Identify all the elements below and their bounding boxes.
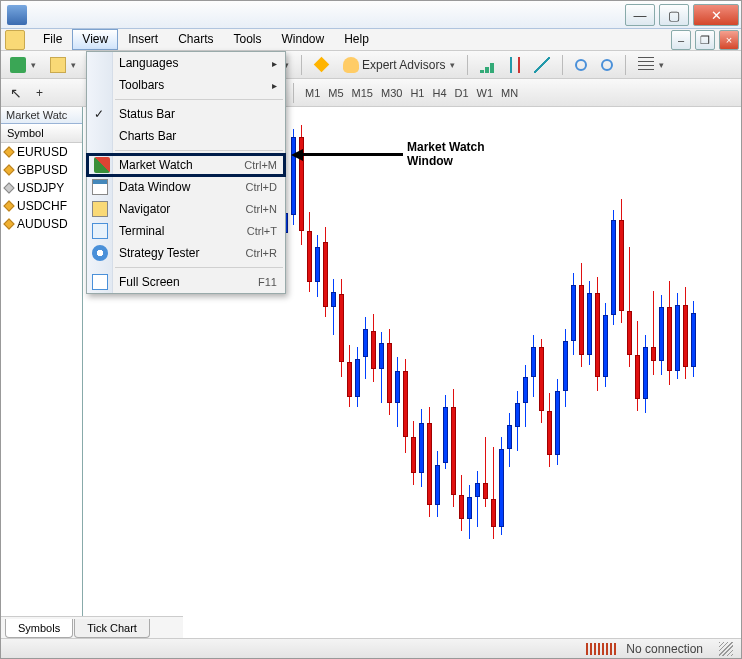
symbol-row[interactable]: GBPUSD: [1, 161, 82, 179]
zoom-in-button[interactable]: [570, 54, 592, 76]
auto-scroll-button[interactable]: [633, 54, 669, 76]
timeframe-m15[interactable]: M15: [348, 82, 377, 104]
menu-item-label: Charts Bar: [119, 129, 277, 143]
menu-item-label: Terminal: [119, 224, 247, 238]
candle-chart-button[interactable]: [505, 54, 525, 76]
menubar: FileViewInsertChartsToolsWindowHelp – ❐ …: [1, 29, 741, 51]
titlebar: — ▢ ✕: [1, 1, 741, 29]
menu-app-icon: [5, 30, 25, 50]
market-watch-title: Market Watc: [1, 107, 82, 124]
status-text: No connection: [626, 642, 703, 656]
market-watch-icon: [94, 157, 110, 173]
crosshair-icon: +: [36, 86, 43, 100]
navigator-icon: [92, 201, 108, 217]
timeframe-h4[interactable]: H4: [428, 82, 450, 104]
submenu-arrow-icon: ▸: [272, 80, 277, 91]
direction-icon: [3, 218, 14, 229]
window-controls: — ▢ ✕: [623, 1, 741, 28]
menu-item-terminal[interactable]: TerminalCtrl+T: [87, 220, 285, 242]
menu-item-label: Strategy Tester: [119, 246, 246, 260]
resize-grip-icon[interactable]: [719, 642, 733, 656]
mdi-restore-button[interactable]: ❐: [695, 30, 715, 50]
menu-item-label: Market Watch: [119, 158, 244, 172]
timeframe-d1[interactable]: D1: [451, 82, 473, 104]
menu-view[interactable]: View: [72, 29, 118, 50]
minimize-button[interactable]: —: [625, 4, 655, 26]
timeframe-m1[interactable]: M1: [301, 82, 324, 104]
cursor-icon: ↖: [10, 85, 22, 101]
tab-symbols[interactable]: Symbols: [5, 619, 73, 638]
menu-item-label: Full Screen: [119, 275, 258, 289]
bar-chart-icon: [480, 57, 496, 73]
full-screen-icon: [92, 274, 108, 290]
symbol-row[interactable]: EURUSD: [1, 143, 82, 161]
expert-advisors-button[interactable]: Expert Advisors: [338, 54, 460, 76]
direction-icon: [3, 164, 14, 175]
bar-chart-button[interactable]: [475, 54, 501, 76]
market-watch-tabs: Symbols Tick Chart: [1, 616, 183, 638]
symbol-label: AUDUSD: [17, 217, 68, 231]
annotation: Market Watch Window: [291, 141, 485, 169]
menu-item-languages[interactable]: Languages▸: [87, 52, 285, 74]
timeframe-h1[interactable]: H1: [406, 82, 428, 104]
strategy-tester-icon: [92, 245, 108, 261]
menu-item-strategy-tester[interactable]: Strategy TesterCtrl+R: [87, 242, 285, 264]
zoom-out-button[interactable]: [596, 54, 618, 76]
symbol-label: USDJPY: [17, 181, 64, 195]
symbol-row[interactable]: USDJPY: [1, 179, 82, 197]
symbol-label: EURUSD: [17, 145, 68, 159]
timeframe-m30[interactable]: M30: [377, 82, 406, 104]
crosshair-button[interactable]: +: [31, 82, 48, 104]
menu-item-charts-bar[interactable]: Charts Bar: [87, 125, 285, 147]
close-button[interactable]: ✕: [693, 4, 739, 26]
meta-icon-button[interactable]: [309, 54, 334, 76]
mdi-close-button[interactable]: ×: [719, 30, 739, 50]
menu-item-label: Status Bar: [119, 107, 277, 121]
menu-item-market-watch[interactable]: Market WatchCtrl+M: [86, 153, 286, 177]
market-watch-header: Symbol: [1, 124, 82, 143]
menu-item-navigator[interactable]: NavigatorCtrl+N: [87, 198, 285, 220]
direction-icon: [3, 182, 14, 193]
plus-icon: [10, 57, 26, 73]
menu-item-toolbars[interactable]: Toolbars▸: [87, 74, 285, 96]
timeframe-mn[interactable]: MN: [497, 82, 522, 104]
mdi-minimize-button[interactable]: –: [671, 30, 691, 50]
timeframe-m5[interactable]: M5: [324, 82, 347, 104]
connection-bars-icon: [586, 643, 616, 655]
diamond-icon: [314, 57, 330, 73]
timeframe-w1[interactable]: W1: [473, 82, 498, 104]
menu-item-label: Toolbars: [119, 78, 272, 92]
symbol-row[interactable]: USDCHF: [1, 197, 82, 215]
annotation-arrow-icon: [291, 149, 303, 161]
symbol-row[interactable]: AUDUSD: [1, 215, 82, 233]
direction-icon: [3, 200, 14, 211]
menu-item-label: Data Window: [119, 180, 246, 194]
line-chart-button[interactable]: [529, 54, 555, 76]
direction-icon: [3, 146, 14, 157]
folder-icon: [50, 57, 66, 73]
market-watch-panel: Market Watc Symbol EURUSDGBPUSDUSDJPYUSD…: [1, 107, 83, 654]
check-icon: ✓: [94, 107, 104, 121]
menu-item-label: Navigator: [119, 202, 246, 216]
menu-insert[interactable]: Insert: [118, 29, 168, 50]
maximize-button[interactable]: ▢: [659, 4, 689, 26]
view-menu-dropdown: Languages▸Toolbars▸✓Status BarCharts Bar…: [86, 51, 286, 294]
menu-item-status-bar[interactable]: ✓Status Bar: [87, 103, 285, 125]
cursor-button[interactable]: ↖: [5, 82, 27, 104]
menu-charts[interactable]: Charts: [168, 29, 223, 50]
menu-help[interactable]: Help: [334, 29, 379, 50]
profiles-button[interactable]: [45, 54, 81, 76]
new-chart-button[interactable]: [5, 54, 41, 76]
line-chart-icon: [534, 57, 550, 73]
menu-shortcut: Ctrl+N: [246, 203, 277, 215]
menu-tools[interactable]: Tools: [224, 29, 272, 50]
menu-file[interactable]: File: [33, 29, 72, 50]
app-icon: [7, 5, 27, 25]
menu-window[interactable]: Window: [272, 29, 335, 50]
menu-shortcut: Ctrl+D: [246, 181, 277, 193]
tab-tick-chart[interactable]: Tick Chart: [74, 619, 150, 638]
menu-item-full-screen[interactable]: Full ScreenF11: [87, 271, 285, 293]
menu-item-data-window[interactable]: Data WindowCtrl+D: [87, 176, 285, 198]
expert-advisors-label: Expert Advisors: [362, 58, 445, 72]
scroll-icon: [638, 57, 654, 73]
